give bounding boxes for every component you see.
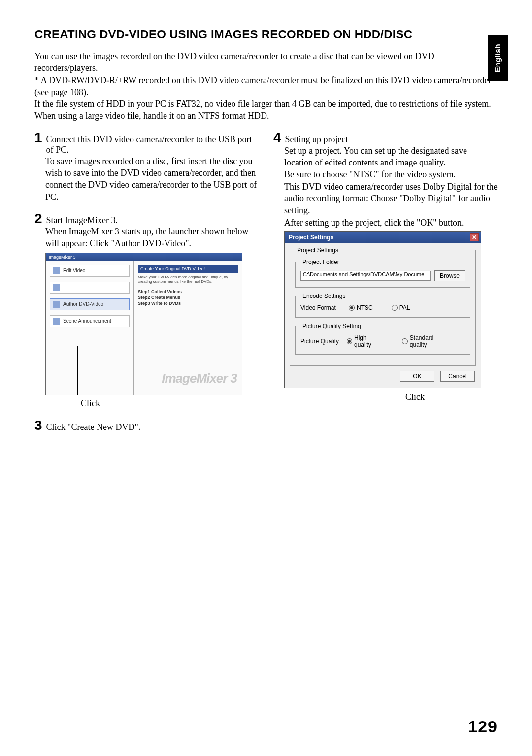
step-2-body: When ImageMixer 3 starts up, the launche…: [34, 226, 259, 250]
step-4-body2: Be sure to choose "NTSC" for the video s…: [284, 169, 456, 179]
step-2: 2 Start ImageMixer 3. When ImageMixer 3 …: [34, 212, 259, 409]
radio-high-quality[interactable]: High quality: [347, 334, 384, 348]
manual-page: English CREATING DVD-VIDEO USING IMAGES …: [0, 0, 532, 756]
radio-pal[interactable]: PAL: [392, 304, 410, 311]
step-4-body3: This DVD video camera/recorder uses Dolb…: [284, 182, 498, 216]
standard-quality-label: Standard quality: [410, 334, 450, 348]
intro-block: You can use the images recorded on the D…: [34, 50, 498, 122]
right-column: 4 Setting up project Set up a project. Y…: [273, 131, 498, 441]
step-3-number: 3: [34, 419, 42, 432]
language-tab: English: [488, 35, 508, 81]
radio-off-icon: [392, 305, 398, 311]
legend-encode-settings: Encode Settings: [300, 293, 347, 299]
ok-button[interactable]: OK: [400, 371, 434, 382]
step-4-title: Setting up project: [285, 134, 348, 145]
sidebar-item-scene-announcement[interactable]: Scene Announcement: [50, 315, 130, 327]
language-label: English: [494, 44, 502, 72]
legend-picture-quality: Picture Quality Setting: [300, 323, 363, 329]
fieldset-encode-settings: Encode Settings Video Format NTSC: [295, 293, 470, 318]
step-1: 1 Connect this DVD video camera/recorder…: [34, 131, 259, 203]
step-2-number: 2: [34, 212, 42, 226]
click-caption-2: Click: [332, 392, 498, 402]
radio-off-icon: [402, 338, 407, 344]
video-format-label: Video Format: [300, 304, 345, 311]
launcher-window: ImageMixer 3 Edit Video: [45, 253, 242, 395]
launcher-step3: Step3 Write to DVDs: [138, 301, 238, 306]
step-4-body4: After setting up the project, click the …: [284, 218, 464, 228]
step-4-body: Set up a project. You can set up the des…: [273, 145, 498, 229]
dvd-icon: [53, 301, 60, 308]
radio-ntsc[interactable]: NTSC: [349, 304, 373, 311]
two-column-layout: 1 Connect this DVD video camera/recorder…: [34, 131, 498, 441]
step-1-body: To save images recorded on a disc, first…: [34, 155, 259, 203]
dialog-button-row: OK Cancel: [290, 371, 476, 382]
sidebar-label-author: Author DVD-Video: [63, 301, 103, 307]
left-column: 1 Connect this DVD video camera/recorder…: [34, 131, 259, 441]
launcher-step2: Step2 Create Menus: [138, 295, 238, 300]
click-caption-1: Click: [81, 398, 100, 409]
pal-label: PAL: [399, 304, 410, 311]
sidebar-item-edit-video[interactable]: Edit Video: [50, 265, 130, 277]
launcher-main: Create Your Original DVD-Video! Make you…: [134, 261, 242, 395]
intro-p2: * A DVD-RW/DVD-R/+RW recorded on this DV…: [34, 74, 498, 99]
launcher-main-steps: Step1 Collect Videos Step2 Create Menus …: [138, 289, 238, 306]
page-title: CREATING DVD-VIDEO USING IMAGES RECORDED…: [34, 28, 498, 41]
step-1-number: 1: [34, 131, 42, 145]
sidebar-label-edit: Edit Video: [63, 268, 85, 273]
step-1-title: Connect this DVD video camera/recorder t…: [46, 134, 259, 155]
radio-on-icon: [349, 305, 355, 311]
film-icon: [53, 267, 60, 274]
launcher-step1: Step1 Collect Videos: [138, 289, 238, 294]
intro-p1: You can use the images recorded on the D…: [34, 50, 498, 74]
step-4-number: 4: [273, 131, 281, 145]
legend-project-settings: Project Settings: [295, 247, 340, 254]
browse-button[interactable]: Browse: [434, 270, 465, 281]
dialog-titlebar: Project Settings ✕: [285, 232, 481, 243]
step-4: 4 Setting up project Set up a project. Y…: [273, 131, 498, 402]
fieldset-project-settings: Project Settings Project Folder C:\Docum…: [290, 247, 476, 366]
launcher-watermark: ImageMixer 3: [162, 371, 237, 386]
click-callout-1: Click: [45, 395, 259, 409]
launcher-main-heading: Create Your Original DVD-Video!: [138, 265, 238, 273]
radio-standard-quality[interactable]: Standard quality: [402, 334, 450, 348]
disc-icon: [53, 284, 60, 291]
step-3: 3 Click "Create New DVD".: [34, 419, 259, 432]
sidebar-item-author-dvd[interactable]: Author DVD-Video: [50, 298, 130, 310]
step-3-title: Click "Create New DVD".: [46, 422, 141, 432]
launcher-main-sub: Make your DVD-Video more original and un…: [138, 275, 238, 284]
ntsc-label: NTSC: [357, 304, 373, 311]
close-icon[interactable]: ✕: [470, 233, 479, 241]
intro-p4: When using a large video file, handle it…: [34, 110, 498, 122]
project-folder-input[interactable]: C:\Documents and Settings\DVDCAM\My Docu…: [300, 271, 431, 281]
intro-p3: If the file system of HDD in your PC is …: [34, 98, 498, 110]
fieldset-picture-quality: Picture Quality Setting Picture Quality …: [295, 323, 470, 355]
page-number: 129: [468, 717, 498, 736]
fieldset-project-folder: Project Folder C:\Documents and Settings…: [295, 259, 470, 288]
high-quality-label: High quality: [354, 334, 383, 348]
dialog-title-text: Project Settings: [289, 234, 333, 241]
step-2-title: Start ImageMixer 3.: [46, 215, 118, 226]
legend-project-folder: Project Folder: [300, 259, 341, 265]
callout-line-icon: [411, 379, 411, 394]
step-4-body1: Set up a project. You can set up the des…: [284, 146, 467, 167]
callout-line-icon: [77, 346, 78, 395]
announcement-icon: [53, 318, 60, 325]
launcher-sidebar: Edit Video Author DVD-Video: [46, 261, 134, 395]
sidebar-item-unnamed[interactable]: [50, 282, 130, 294]
project-settings-dialog: Project Settings ✕ Project Settings Proj…: [284, 231, 481, 388]
radio-on-icon: [347, 338, 352, 344]
cancel-button[interactable]: Cancel: [440, 371, 475, 382]
launcher-titlebar: ImageMixer 3: [46, 253, 242, 261]
picture-quality-label: Picture Quality: [300, 338, 343, 345]
sidebar-label-announce: Scene Announcement: [63, 318, 111, 324]
